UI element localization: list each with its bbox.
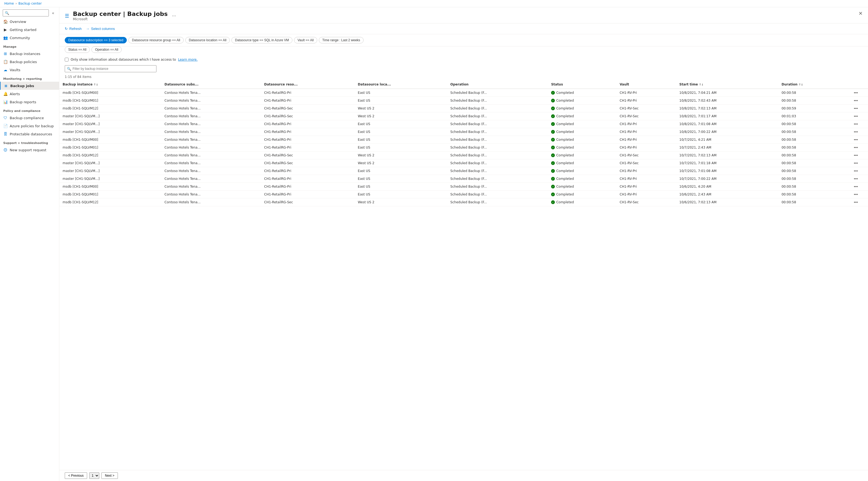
cell-status: Completed — [548, 136, 616, 144]
sidebar-collapse-button[interactable]: « — [50, 10, 56, 16]
page-select[interactable]: 1 2 3 4 5 6 — [89, 472, 99, 479]
cell-operation: Scheduled Backup (F... — [447, 183, 548, 191]
cell-row-actions[interactable] — [844, 136, 868, 144]
row-actions-menu[interactable] — [847, 116, 865, 117]
sidebar-item-backup-reports[interactable]: 📊 Backup reports — [0, 98, 59, 106]
close-button[interactable]: ✕ — [859, 10, 863, 17]
status-completed-icon — [551, 106, 555, 110]
cell-row-actions[interactable] — [844, 167, 868, 175]
filter-pill-resource_group[interactable]: Datasource resource group == All — [128, 37, 184, 43]
table-row[interactable]: msdb [CH1-SQLVM00]Contoso Hotels Tena...… — [59, 183, 868, 191]
cell-row-actions[interactable] — [844, 175, 868, 183]
sidebar-item-backup-policies[interactable]: 📋 Backup policies — [0, 58, 59, 66]
sidebar-search-input[interactable] — [3, 9, 49, 17]
filter-pill-operation[interactable]: Operation == All — [91, 46, 122, 53]
sidebar-item-new-support[interactable]: 😊 New support request — [0, 146, 59, 154]
row-actions-menu[interactable] — [847, 186, 865, 187]
filter-pill-location[interactable]: Datasource location == All — [185, 37, 230, 43]
sidebar-item-backup-jobs[interactable]: ≡ Backup jobs — [0, 82, 59, 90]
breadcrumb-home[interactable]: Home — [4, 2, 14, 5]
column-header-status: Status — [548, 81, 616, 89]
cell-row-actions[interactable] — [844, 105, 868, 113]
filter-pill-type[interactable]: Datasource type == SQL in Azure VM — [231, 37, 292, 43]
row-actions-menu[interactable] — [847, 155, 865, 156]
sidebar-item-community[interactable]: 👥 Community — [0, 34, 59, 42]
cell-row-actions[interactable] — [844, 198, 868, 206]
row-actions-menu[interactable] — [847, 178, 865, 179]
status-completed-icon — [551, 138, 555, 141]
table-row[interactable]: msdb [CH1-SQLVM01]Contoso Hotels Tena...… — [59, 97, 868, 105]
dot-2 — [855, 108, 857, 109]
table-row[interactable]: master [CH1-SQLVM...]Contoso Hotels Tena… — [59, 159, 868, 167]
table-row[interactable]: msdb [CH1-SQLVM01]Contoso Hotels Tena...… — [59, 144, 868, 152]
cell-row-actions[interactable] — [844, 152, 868, 159]
cell-status: Completed — [548, 89, 616, 97]
backup-policies-icon: 📋 — [3, 60, 7, 64]
cell-row-actions[interactable] — [844, 128, 868, 136]
row-actions-menu[interactable] — [847, 108, 865, 109]
sidebar-item-overview[interactable]: 🏠 Overview — [0, 18, 59, 26]
row-actions-menu[interactable] — [847, 163, 865, 164]
table-row[interactable]: msdb [CH1-SQLVM12]Contoso Hotels Tena...… — [59, 152, 868, 159]
row-actions-menu[interactable] — [847, 124, 865, 125]
sidebar-item-protectable[interactable]: 🗄 Protectable datasources — [0, 130, 59, 138]
sidebar-item-getting-started[interactable]: ▶ Getting started — [0, 26, 59, 34]
cell-start-time: 10/8/2021, 7:02:43 AM — [676, 97, 778, 105]
table-row[interactable]: msdb [CH1-SQLVM00]Contoso Hotels Tena...… — [59, 89, 868, 97]
table-row[interactable]: msdb [CH1-SQLVM00]Contoso Hotels Tena...… — [59, 136, 868, 144]
cell-row-actions[interactable] — [844, 120, 868, 128]
column-header-instance[interactable]: Backup instance↑↓ — [59, 81, 161, 89]
row-actions-menu[interactable] — [847, 139, 865, 140]
sidebar-item-alerts[interactable]: 🔔 Alerts — [0, 90, 59, 98]
cell-row-actions[interactable] — [844, 183, 868, 191]
table-row[interactable]: master [CH1-SQLVM...]Contoso Hotels Tena… — [59, 175, 868, 183]
sidebar-item-vaults[interactable]: ☁ Vaults — [0, 66, 59, 74]
access-filter-checkbox[interactable] — [65, 58, 68, 62]
filter-pill-time_range[interactable]: Time range : Last 2 weeks — [319, 37, 364, 43]
table-row[interactable]: msdb [CH1-SQLVM12]Contoso Hotels Tena...… — [59, 198, 868, 206]
table-row[interactable]: master [CH1-SQLVM...]Contoso Hotels Tena… — [59, 120, 868, 128]
cell-datasource_reso: CH1-RetailRG-Pri — [261, 120, 354, 128]
refresh-button[interactable]: ↻ Refresh — [65, 26, 82, 32]
filter-pill-subscription[interactable]: Datasource subscription == 3 selected — [65, 37, 127, 43]
row-actions-menu[interactable] — [847, 131, 865, 132]
cell-start-time: 10/8/2021, 7:01:08 AM — [676, 120, 778, 128]
dot-2 — [855, 186, 857, 187]
sidebar-item-azure-policies[interactable]: 📄 Azure policies for backup — [0, 122, 59, 130]
table-row[interactable]: master [CH1-SQLVM...]Contoso Hotels Tena… — [59, 167, 868, 175]
row-actions-menu[interactable] — [847, 170, 865, 171]
column-header-start_time[interactable]: Start time↑↓ — [676, 81, 778, 89]
row-actions-menu[interactable] — [847, 202, 865, 203]
row-actions-menu[interactable] — [847, 92, 865, 93]
dot-3 — [857, 194, 858, 195]
cell-row-actions[interactable] — [844, 89, 868, 97]
dot-1 — [854, 124, 855, 125]
table-row[interactable]: msdb [CH1-SQLVM01]Contoso Hotels Tena...… — [59, 191, 868, 198]
next-page-button[interactable]: Next > — [101, 472, 118, 479]
sidebar-item-backup-instances[interactable]: ⊞ Backup instances — [0, 50, 59, 58]
sidebar-item-backup-compliance[interactable]: 🛡 Backup compliance — [0, 114, 59, 122]
filter-pill-status[interactable]: Status == All — [65, 46, 90, 53]
backup-instance-search[interactable] — [65, 65, 156, 72]
select-columns-button[interactable]: → Select columns — [86, 26, 115, 32]
status-label: Completed — [556, 114, 574, 118]
row-actions-menu[interactable] — [847, 147, 865, 148]
cell-row-actions[interactable] — [844, 159, 868, 167]
page-ellipsis-button[interactable]: ··· — [170, 12, 178, 19]
row-actions-menu[interactable] — [847, 100, 865, 101]
table-row[interactable]: master [CH1-SQLVM...]Contoso Hotels Tena… — [59, 128, 868, 136]
breadcrumb-center[interactable]: Backup center — [18, 2, 41, 5]
filter-pill-vault[interactable]: Vault == All — [294, 37, 317, 43]
table-row[interactable]: msdb [CH1-SQLVM12]Contoso Hotels Tena...… — [59, 105, 868, 113]
column-header-duration[interactable]: Duration↑↓ — [778, 81, 844, 89]
cell-row-actions[interactable] — [844, 97, 868, 105]
cell-row-actions[interactable] — [844, 113, 868, 120]
cell-row-actions[interactable] — [844, 191, 868, 198]
status-completed-icon — [551, 193, 555, 196]
row-actions-menu[interactable] — [847, 194, 865, 195]
previous-page-button[interactable]: < Previous — [65, 472, 87, 479]
cell-row-actions[interactable] — [844, 144, 868, 152]
select-columns-icon: → — [86, 27, 90, 31]
table-row[interactable]: master [CH1-SQLVM...]Contoso Hotels Tena… — [59, 113, 868, 120]
learn-more-link[interactable]: Learn more. — [178, 58, 197, 62]
